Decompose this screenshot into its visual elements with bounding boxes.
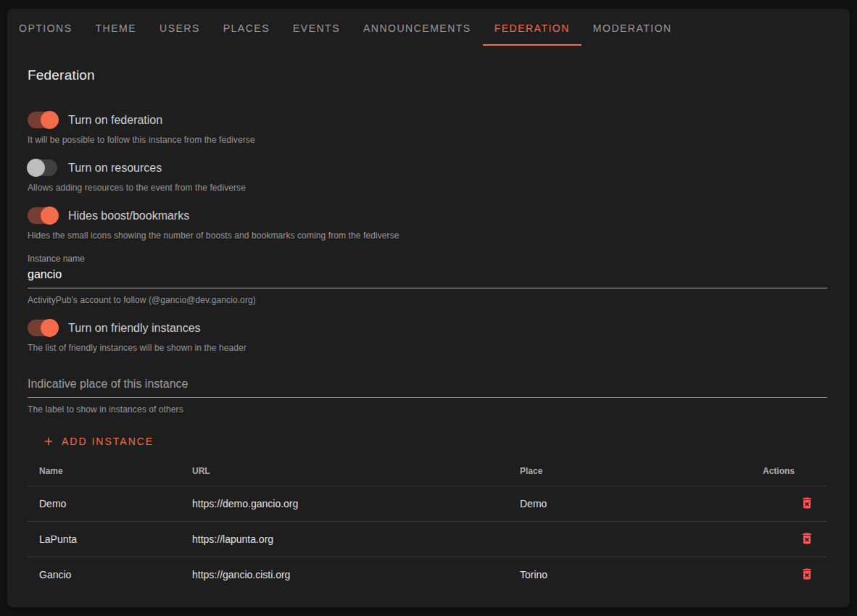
delete-instance-button[interactable] — [798, 494, 816, 512]
resources-toggle[interactable] — [28, 159, 57, 176]
add-instance-button[interactable]: ADD INSTANCE — [41, 432, 160, 451]
delete-instance-button[interactable] — [798, 565, 816, 583]
cell-place — [508, 521, 751, 557]
admin-tabbar: OPTIONS THEME USERS PLACES EVENTS ANNOUN… — [7, 9, 850, 47]
switch-thumb — [41, 207, 59, 225]
cell-place: Demo — [508, 486, 751, 521]
tab-label: OPTIONS — [19, 22, 73, 34]
resources-toggle-hint: Allows adding resources to the event fro… — [28, 183, 827, 193]
table-row: LaPunta https://lapunta.org — [28, 521, 827, 557]
admin-panel-card: OPTIONS THEME USERS PLACES EVENTS ANNOUN… — [7, 9, 850, 607]
column-header-actions: Actions — [751, 457, 827, 486]
tab-label: EVENTS — [293, 22, 340, 34]
setting-federation: Turn on federation It will be possible t… — [28, 112, 827, 145]
tab-users[interactable]: USERS — [148, 9, 212, 47]
column-header-place: Place — [508, 457, 751, 486]
column-header-url: URL — [181, 457, 508, 486]
trash-delete-icon — [800, 567, 814, 581]
cell-url: https://gancio.cisti.org — [181, 557, 508, 592]
friendly-instances-toggle-label: Turn on friendly instances — [68, 322, 201, 335]
table-row: Demo https://demo.gancio.org Demo — [28, 486, 827, 521]
friendly-instances-toggle-hint: The list of friendly instances will be s… — [28, 343, 827, 353]
trash-delete-icon — [800, 531, 814, 546]
delete-instance-button[interactable] — [798, 530, 816, 547]
tab-label: MODERATION — [593, 22, 672, 34]
cell-name: Gancio — [28, 557, 181, 592]
cell-name: LaPunta — [28, 521, 181, 557]
cell-place: Torino — [508, 557, 751, 592]
setting-resources: Turn on resources Allows adding resource… — [28, 159, 827, 193]
indicative-place-field: The label to show in instances of others — [28, 373, 827, 415]
plus-icon — [42, 435, 55, 448]
indicative-place-hint: The label to show in instances of others — [28, 404, 827, 415]
trash-delete-icon — [800, 496, 814, 510]
federation-toggle[interactable] — [28, 112, 57, 128]
tab-label: THEME — [96, 22, 137, 34]
instance-name-label: Instance name — [28, 254, 827, 264]
tab-options[interactable]: OPTIONS — [7, 9, 84, 47]
tab-label: USERS — [160, 22, 200, 34]
instance-name-input[interactable] — [28, 264, 827, 288]
friendly-instances-toggle[interactable] — [28, 320, 57, 336]
hide-boost-toggle-label: Hides boost/bookmarks — [68, 209, 189, 222]
resources-toggle-label: Turn on resources — [68, 162, 162, 175]
instances-table: Name URL Place Actions Demo https://demo… — [28, 457, 827, 592]
tab-announcements[interactable]: ANNOUNCEMENTS — [352, 9, 483, 47]
indicative-place-input[interactable] — [28, 373, 827, 398]
federation-toggle-hint: It will be possible to follow this insta… — [28, 135, 827, 145]
add-instance-label: ADD INSTANCE — [62, 436, 154, 447]
switch-thumb — [27, 159, 45, 177]
federation-settings: Federation Turn on federation It will be… — [7, 67, 850, 592]
tab-label: PLACES — [223, 22, 270, 34]
page-title: Federation — [28, 67, 827, 83]
tab-moderation[interactable]: MODERATION — [581, 9, 684, 47]
tab-label: ANNOUNCEMENTS — [363, 22, 471, 34]
tab-places[interactable]: PLACES — [212, 9, 281, 47]
federation-toggle-label: Turn on federation — [68, 114, 162, 127]
table-row: Gancio https://gancio.cisti.org Torino — [28, 557, 827, 592]
hide-boost-toggle-hint: Hides the small icons showing the number… — [28, 230, 827, 241]
cell-url: https://demo.gancio.org — [181, 486, 508, 521]
column-header-name: Name — [28, 457, 181, 486]
tab-label: FEDERATION — [494, 22, 570, 34]
switch-thumb — [41, 111, 59, 129]
switch-thumb — [41, 319, 59, 337]
setting-hide-boost: Hides boost/bookmarks Hides the small ic… — [28, 207, 827, 241]
instance-name-field: Instance name ActivityPub's account to f… — [28, 254, 827, 305]
tab-federation[interactable]: FEDERATION — [483, 9, 581, 47]
tab-theme[interactable]: THEME — [84, 9, 149, 47]
setting-friendly-instances: Turn on friendly instances The list of f… — [28, 320, 827, 353]
cell-url: https://lapunta.org — [181, 521, 508, 557]
tab-events[interactable]: EVENTS — [281, 9, 352, 47]
hide-boost-toggle[interactable] — [28, 207, 57, 224]
instance-name-hint: ActivityPub's account to follow (@gancio… — [28, 295, 827, 305]
table-header-row: Name URL Place Actions — [28, 457, 827, 486]
cell-name: Demo — [28, 486, 181, 521]
